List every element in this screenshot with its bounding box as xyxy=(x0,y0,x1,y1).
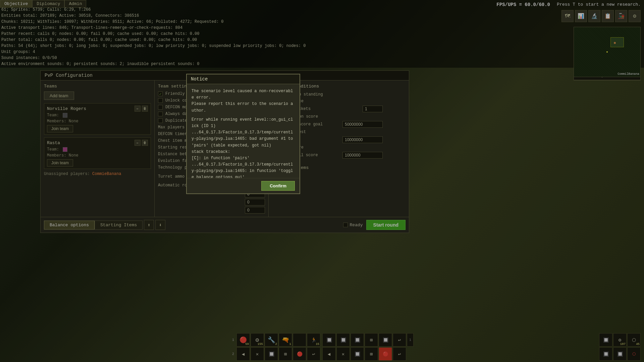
confirm-button[interactable]: Confirm xyxy=(261,181,295,191)
notice-title: Notice xyxy=(187,74,300,84)
modal-overlay: Notice The scenario level caused a non-r… xyxy=(0,0,644,362)
notice-body: The scenario level caused a non-recovera… xyxy=(187,84,300,178)
notice-footer: Confirm xyxy=(187,178,300,193)
notice-error-header: Error while running event level::on_gui_… xyxy=(192,117,295,129)
notice-trace4: ...64_0.17.3/Factorio_0.17.3/temp/curren… xyxy=(192,162,295,178)
notice-trace3: [C]: in function 'pairs' xyxy=(192,155,295,162)
notice-line2: Please report this error to the scenario… xyxy=(192,101,295,114)
notice-modal: Notice The scenario level caused a non-r… xyxy=(186,74,300,194)
notice-line1: The scenario level caused a non-recovera… xyxy=(192,88,295,101)
notice-trace1: ...64_0.17.3/Factorio_0.17.3/temp/curren… xyxy=(192,129,295,149)
notice-trace2: stack traceback: xyxy=(192,149,295,155)
